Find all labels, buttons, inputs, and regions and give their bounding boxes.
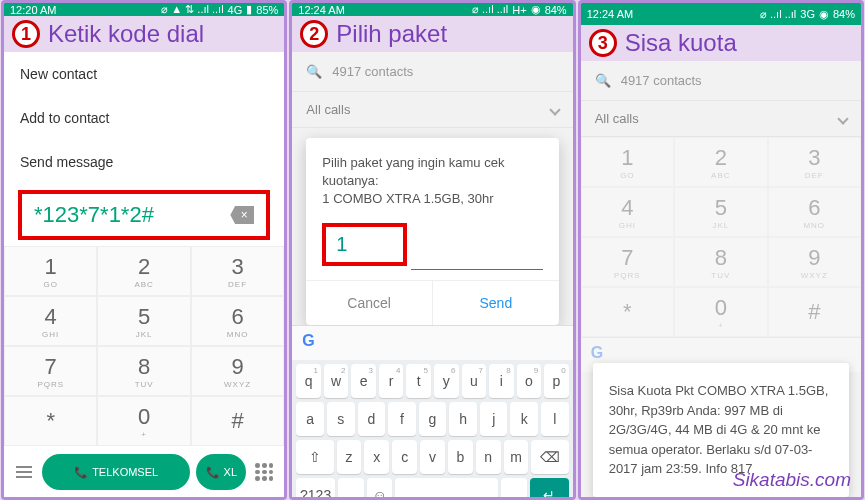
kb-key[interactable]: q1 [296, 364, 321, 398]
kb-key[interactable]: c [392, 440, 417, 474]
kb-key[interactable]: , [338, 478, 364, 500]
chevron-down-icon [837, 113, 848, 124]
kb-key[interactable]: h [449, 402, 477, 436]
kb-key[interactable]: v [420, 440, 445, 474]
key-8[interactable]: 8TUV [674, 237, 767, 287]
key-6[interactable]: 6MNO [191, 296, 284, 346]
status-bar: 12:20 AM ⌀ ▲ ⇅ ..ıl ..ıl 4G ▮ 85% [4, 3, 284, 16]
step-number: 2 [300, 20, 328, 48]
cancel-button[interactable]: Cancel [306, 281, 433, 325]
kb-key[interactable]: b [448, 440, 473, 474]
step-title: Pilih paket [336, 20, 447, 48]
key-5[interactable]: 5JKL [97, 296, 190, 346]
panel-2: 12:24 AM ⌀ ..ıl ..ıl H+ ◉ 84% 2 Pilih pa… [289, 0, 575, 500]
kb-key[interactable] [395, 478, 498, 500]
step-title: Ketik kode dial [48, 20, 204, 48]
status-bar: 12:24 AM ⌀ ..ıl ..ıl 3G ◉ 84% [581, 3, 861, 25]
watermark: Sikatabis.com [733, 469, 851, 491]
kb-key[interactable]: ?123 [296, 478, 335, 500]
kb-key[interactable]: l [541, 402, 569, 436]
search-contacts[interactable]: 🔍 4917 contacts [581, 61, 861, 101]
key-4[interactable]: 4GHI [4, 296, 97, 346]
key-7[interactable]: 7PQRS [581, 237, 674, 287]
step-number: 3 [589, 29, 617, 57]
kb-key[interactable]: a [296, 402, 324, 436]
kb-key[interactable]: e3 [351, 364, 376, 398]
modal-message: Pilih paket yang ingin kamu cek kuotanya… [322, 154, 542, 209]
call-telkomsel-button[interactable]: 📞 TELKOMSEL [42, 454, 190, 490]
key-*[interactable]: * [4, 396, 97, 446]
status-time: 12:20 AM [10, 4, 56, 16]
key-#[interactable]: # [191, 396, 284, 446]
menu-icon[interactable] [12, 466, 36, 478]
key-4[interactable]: 4GHI [581, 187, 674, 237]
key-0[interactable]: 0+ [97, 396, 190, 446]
ussd-input[interactable]: 1 [322, 223, 407, 266]
key-9[interactable]: 9WXYZ [191, 346, 284, 396]
key-5[interactable]: 5JKL [674, 187, 767, 237]
kb-key[interactable]: z [337, 440, 362, 474]
key-2[interactable]: 2ABC [97, 246, 190, 296]
menu-add-contact[interactable]: Add to contact [4, 96, 284, 140]
key-9[interactable]: 9WXYZ [768, 237, 861, 287]
kb-key[interactable]: u7 [462, 364, 487, 398]
step-header: 3 Sisa kuota [581, 25, 861, 61]
google-suggest-row[interactable]: G [292, 325, 572, 360]
step-header: 2 Pilih paket [292, 16, 572, 52]
dial-input[interactable]: *123*7*1*2# [18, 190, 270, 240]
kb-key[interactable]: m [504, 440, 529, 474]
kb-key[interactable]: f [388, 402, 416, 436]
kb-key[interactable]: o9 [517, 364, 542, 398]
search-placeholder: 4917 contacts [621, 73, 702, 88]
step-number: 1 [12, 20, 40, 48]
kb-key[interactable]: w2 [324, 364, 349, 398]
panel-1: 12:20 AM ⌀ ▲ ⇅ ..ıl ..ıl 4G ▮ 85% 1 Keti… [1, 0, 287, 500]
kb-key[interactable]: x [364, 440, 389, 474]
kb-key[interactable]: ↵ [530, 478, 569, 500]
all-calls-filter[interactable]: All calls [292, 92, 572, 128]
key-6[interactable]: 6MNO [768, 187, 861, 237]
kb-key[interactable]: g [419, 402, 447, 436]
kb-key[interactable]: ☺ [367, 478, 393, 500]
kb-key[interactable]: d [358, 402, 386, 436]
kb-key[interactable]: ⌫ [531, 440, 568, 474]
status-time: 12:24 AM [587, 8, 633, 20]
key-1[interactable]: 1GO [581, 137, 674, 187]
kb-key[interactable]: j [480, 402, 508, 436]
status-time: 12:24 AM [298, 4, 344, 16]
key-7[interactable]: 7PQRS [4, 346, 97, 396]
key-*[interactable]: * [581, 287, 674, 337]
kb-key[interactable]: . [501, 478, 527, 500]
search-icon: 🔍 [306, 64, 322, 79]
kb-key[interactable]: r4 [379, 364, 404, 398]
kb-key[interactable]: n [476, 440, 501, 474]
dialer-bottom-row: 📞 TELKOMSEL 📞 XL [4, 446, 284, 498]
backspace-icon[interactable] [230, 206, 254, 224]
ussd-modal: Pilih paket yang ingin kamu cek kuotanya… [306, 138, 558, 325]
status-icons: ⌀ ..ıl ..ıl H+ ◉ 84% [472, 3, 567, 16]
key-8[interactable]: 8TUV [97, 346, 190, 396]
key-#[interactable]: # [768, 287, 861, 337]
kb-key[interactable]: s [327, 402, 355, 436]
dial-code-text: *123*7*1*2# [34, 202, 154, 228]
kb-key[interactable]: y6 [434, 364, 459, 398]
search-contacts[interactable]: 🔍 4917 contacts [292, 52, 572, 92]
kb-key[interactable]: k [510, 402, 538, 436]
kb-key[interactable]: ⇧ [296, 440, 333, 474]
all-calls-filter[interactable]: All calls [581, 101, 861, 137]
menu-send-message[interactable]: Send message [4, 140, 284, 184]
send-button[interactable]: Send [433, 281, 559, 325]
kb-key[interactable]: i8 [489, 364, 514, 398]
key-2[interactable]: 2ABC [674, 137, 767, 187]
call-xl-button[interactable]: 📞 XL [196, 454, 246, 490]
key-3[interactable]: 3DEF [768, 137, 861, 187]
apps-grid-icon[interactable] [252, 460, 276, 484]
kb-key[interactable]: t5 [406, 364, 431, 398]
google-icon: G [302, 332, 324, 354]
menu-new-contact[interactable]: New contact [4, 52, 284, 96]
key-0[interactable]: 0+ [674, 287, 767, 337]
kb-key[interactable]: p0 [544, 364, 569, 398]
key-1[interactable]: 1GO [4, 246, 97, 296]
step-header: 1 Ketik kode dial [4, 16, 284, 52]
key-3[interactable]: 3DEF [191, 246, 284, 296]
